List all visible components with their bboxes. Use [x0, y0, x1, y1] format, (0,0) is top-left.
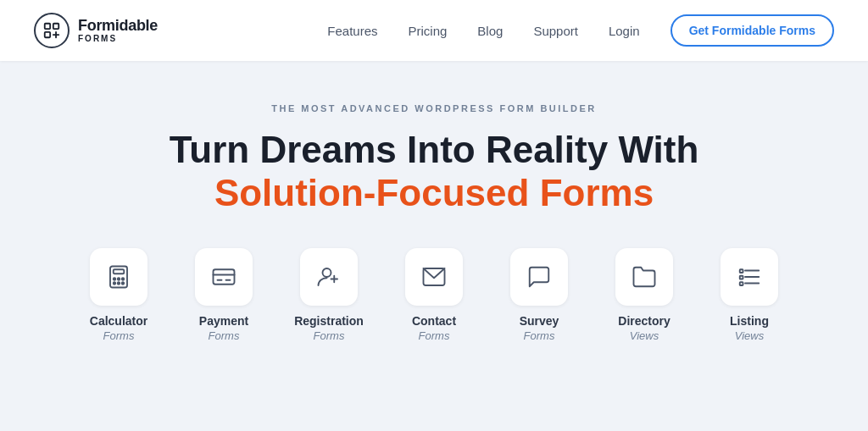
calculator-card[interactable]: Calculator Forms — [72, 248, 165, 343]
calculator-main: Calculator — [90, 314, 147, 329]
hero-title-line1: Turn Dreams Into Reality With — [170, 129, 699, 172]
svg-point-9 — [122, 278, 125, 280]
svg-point-17 — [323, 268, 331, 277]
svg-point-12 — [122, 282, 125, 285]
svg-rect-25 — [740, 276, 743, 279]
survey-main: Survey — [520, 314, 559, 329]
contact-label: Contact Forms — [412, 314, 456, 343]
svg-rect-1 — [53, 24, 58, 29]
svg-rect-13 — [214, 269, 235, 285]
nav-login[interactable]: Login — [609, 24, 640, 38]
contact-icon-box — [405, 248, 463, 306]
logo-svg — [42, 21, 61, 40]
contact-sub: Forms — [412, 329, 456, 343]
contact-main: Contact — [412, 314, 456, 329]
svg-rect-0 — [45, 24, 50, 29]
nav-links: Features Pricing Blog Support Login Get … — [327, 14, 834, 47]
directory-card[interactable]: Directory Views — [598, 248, 691, 343]
registration-card[interactable]: Registration Forms — [282, 248, 376, 343]
logo-text: Formidable FORMS — [78, 18, 158, 44]
listing-main: Listing — [730, 314, 769, 329]
logo-brand: Formidable — [78, 18, 158, 35]
registration-main: Registration — [294, 314, 364, 329]
directory-icon — [632, 264, 657, 290]
survey-label: Survey Forms — [520, 314, 559, 343]
calculator-icon-box — [90, 248, 147, 306]
directory-main: Directory — [618, 314, 670, 329]
registration-label: Registration Forms — [294, 314, 364, 343]
logo-sub: FORMS — [78, 34, 158, 43]
nav-blog[interactable]: Blog — [477, 24, 503, 38]
registration-icon-box — [300, 248, 358, 306]
listing-label: Listing Views — [730, 314, 769, 343]
listing-card[interactable]: Listing Views — [703, 248, 796, 343]
registration-icon — [316, 264, 342, 290]
directory-sub: Views — [618, 329, 670, 343]
nav-support[interactable]: Support — [533, 24, 578, 38]
calculator-sub: Forms — [90, 329, 147, 343]
survey-card[interactable]: Survey Forms — [492, 248, 586, 343]
logo-icon — [34, 13, 70, 48]
hero-title-line2: Solution-Focused Forms — [170, 172, 699, 215]
calculator-icon — [106, 264, 131, 290]
survey-icon — [526, 264, 552, 290]
listing-icon-box — [721, 248, 778, 306]
payment-sub: Forms — [199, 329, 248, 343]
svg-rect-2 — [45, 32, 50, 37]
directory-label: Directory Views — [618, 314, 670, 343]
svg-rect-24 — [740, 269, 743, 273]
svg-point-10 — [114, 282, 116, 285]
payment-card[interactable]: Payment Forms — [177, 248, 270, 343]
payment-icon-box — [195, 248, 253, 306]
survey-sub: Forms — [520, 329, 559, 343]
hero-title: Turn Dreams Into Reality With Solution-F… — [170, 129, 699, 248]
directory-icon-box — [615, 248, 673, 306]
listing-icon — [737, 264, 762, 290]
payment-main: Payment — [199, 314, 248, 329]
hero-eyebrow: THE MOST ADVANCED WORDPRESS FORM BUILDER — [271, 103, 597, 113]
svg-point-11 — [118, 282, 120, 285]
nav-features[interactable]: Features — [327, 24, 377, 38]
logo[interactable]: Formidable FORMS — [34, 13, 158, 48]
svg-rect-26 — [740, 282, 743, 285]
get-formidable-button[interactable]: Get Formidable Forms — [670, 14, 834, 47]
contact-card[interactable]: Contact Forms — [387, 248, 481, 343]
hero-section: THE MOST ADVANCED WORDPRESS FORM BUILDER… — [0, 61, 868, 368]
navbar: Formidable FORMS Features Pricing Blog S… — [0, 0, 868, 61]
contact-icon — [421, 264, 447, 290]
svg-point-7 — [114, 278, 116, 280]
payment-label: Payment Forms — [199, 314, 248, 343]
nav-pricing[interactable]: Pricing — [409, 24, 448, 38]
svg-rect-6 — [114, 269, 125, 274]
registration-sub: Forms — [294, 329, 364, 343]
svg-point-8 — [118, 278, 120, 280]
listing-sub: Views — [730, 329, 769, 343]
icons-row: Calculator Forms Payment Forms — [72, 248, 796, 343]
payment-icon — [211, 264, 236, 290]
survey-icon-box — [510, 248, 568, 306]
calculator-label: Calculator Forms — [90, 314, 147, 343]
